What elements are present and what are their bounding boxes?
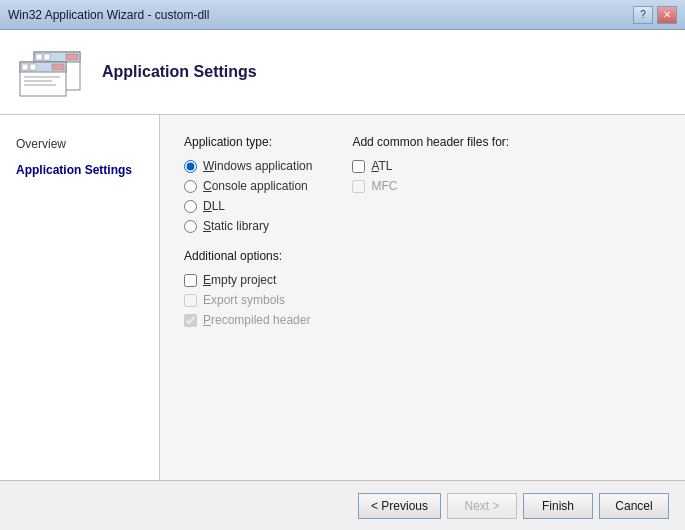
title-bar: Win32 Application Wizard - custom-dll ? … — [0, 0, 685, 30]
help-button[interactable]: ? — [633, 6, 653, 24]
next-button[interactable]: Next > — [447, 493, 517, 519]
close-button[interactable]: ✕ — [657, 6, 677, 24]
checkbox-precompiled-label: Precompiled header — [203, 313, 310, 327]
svg-rect-4 — [66, 54, 78, 60]
previous-button[interactable]: < Previous — [358, 493, 441, 519]
radio-dll-label: DLL — [203, 199, 225, 213]
checkbox-export-label: Export symbols — [203, 293, 285, 307]
svg-rect-9 — [52, 64, 64, 70]
radio-dll[interactable]: DLL — [184, 199, 312, 213]
checkbox-empty-project[interactable]: Empty project — [184, 273, 312, 287]
svg-rect-2 — [36, 54, 42, 60]
header-files-group: ATL MFC — [352, 159, 509, 193]
radio-dll-input[interactable] — [184, 200, 197, 213]
wizard-icon — [16, 42, 86, 102]
checkbox-precompiled-header: Precompiled header — [184, 313, 312, 327]
checkbox-empty-input[interactable] — [184, 274, 197, 287]
checkbox-empty-label: Empty project — [203, 273, 276, 287]
checkbox-atl-input[interactable] — [352, 160, 365, 173]
app-type-label: Application type: — [184, 135, 312, 149]
radio-windows-input[interactable] — [184, 160, 197, 173]
additional-options-label: Additional options: — [184, 249, 312, 263]
radio-console[interactable]: Console application — [184, 179, 312, 193]
radio-group: Windows application Console application … — [184, 159, 312, 233]
checkbox-atl-label: ATL — [371, 159, 392, 173]
svg-rect-8 — [30, 64, 36, 70]
sidebar-item-overview[interactable]: Overview — [0, 131, 159, 157]
finish-button[interactable]: Finish — [523, 493, 593, 519]
svg-rect-12 — [24, 84, 56, 86]
checkbox-mfc: MFC — [352, 179, 509, 193]
two-col-layout: Application type: Windows application Co… — [184, 135, 661, 327]
radio-console-input[interactable] — [184, 180, 197, 193]
cancel-button[interactable]: Cancel — [599, 493, 669, 519]
dialog: Application Settings Overview Applicatio… — [0, 30, 685, 530]
checkbox-mfc-label: MFC — [371, 179, 397, 193]
radio-windows-label: Windows application — [203, 159, 312, 173]
dialog-content: Overview Application Settings Applicatio… — [0, 115, 685, 480]
main-panel: Application type: Windows application Co… — [160, 115, 685, 480]
svg-rect-11 — [24, 80, 52, 82]
additional-options-group: Empty project Export symbols Precompiled… — [184, 273, 312, 327]
left-col: Application type: Windows application Co… — [184, 135, 312, 327]
sidebar-item-application-settings[interactable]: Application Settings — [0, 157, 159, 183]
radio-static[interactable]: Static library — [184, 219, 312, 233]
checkbox-export-input — [184, 294, 197, 307]
checkbox-atl[interactable]: ATL — [352, 159, 509, 173]
checkbox-mfc-input — [352, 180, 365, 193]
radio-windows[interactable]: Windows application — [184, 159, 312, 173]
dialog-footer: < Previous Next > Finish Cancel — [0, 480, 685, 530]
checkbox-export-symbols: Export symbols — [184, 293, 312, 307]
svg-rect-7 — [22, 64, 28, 70]
radio-console-label: Console application — [203, 179, 308, 193]
header-files-label: Add common header files for: — [352, 135, 509, 149]
right-col: Add common header files for: ATL MFC — [352, 135, 509, 327]
title-bar-text: Win32 Application Wizard - custom-dll — [8, 8, 209, 22]
dialog-header: Application Settings — [0, 30, 685, 115]
sidebar: Overview Application Settings — [0, 115, 160, 480]
header-title: Application Settings — [102, 63, 257, 81]
checkbox-precompiled-input — [184, 314, 197, 327]
title-bar-controls: ? ✕ — [633, 6, 677, 24]
radio-static-label: Static library — [203, 219, 269, 233]
radio-static-input[interactable] — [184, 220, 197, 233]
svg-rect-3 — [44, 54, 50, 60]
svg-rect-10 — [24, 76, 60, 78]
